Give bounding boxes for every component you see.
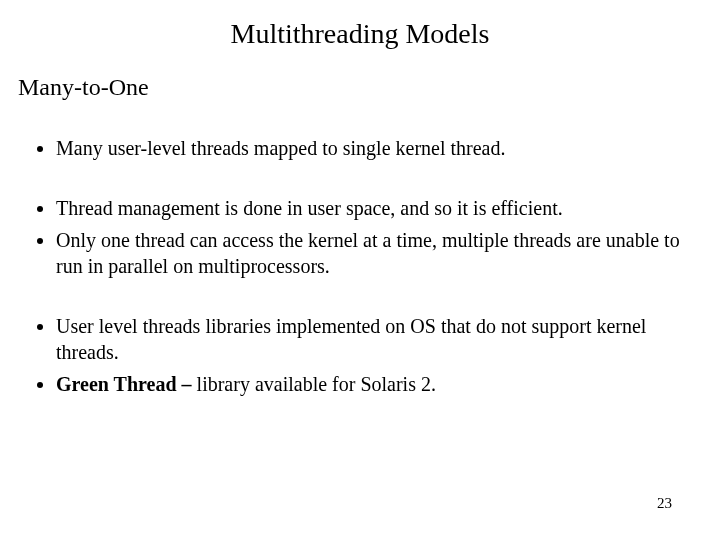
slide-subtitle: Many-to-One xyxy=(0,50,720,101)
bullet-text: Many user-level threads mapped to single… xyxy=(56,137,505,159)
bullet-item: Thread management is done in user space,… xyxy=(56,195,684,221)
bullet-group-2: Thread management is done in user space,… xyxy=(0,195,720,279)
bullet-item: Many user-level threads mapped to single… xyxy=(56,135,684,161)
bullet-item: User level threads libraries implemented… xyxy=(56,313,684,365)
bullet-text: User level threads libraries implemented… xyxy=(56,315,646,363)
page-number: 23 xyxy=(657,495,672,512)
bullet-bold-lead: Green Thread – xyxy=(56,373,197,395)
bullet-item: Green Thread – library available for Sol… xyxy=(56,371,684,397)
slide-title: Multithreading Models xyxy=(0,0,720,50)
slide: Multithreading Models Many-to-One Many u… xyxy=(0,0,720,540)
bullet-text: library available for Solaris 2. xyxy=(197,373,436,395)
bullet-group-3: User level threads libraries implemented… xyxy=(0,313,720,397)
bullet-text: Only one thread can access the kernel at… xyxy=(56,229,680,277)
bullet-text: Thread management is done in user space,… xyxy=(56,197,563,219)
bullet-item: Only one thread can access the kernel at… xyxy=(56,227,684,279)
bullet-group-1: Many user-level threads mapped to single… xyxy=(0,135,720,161)
